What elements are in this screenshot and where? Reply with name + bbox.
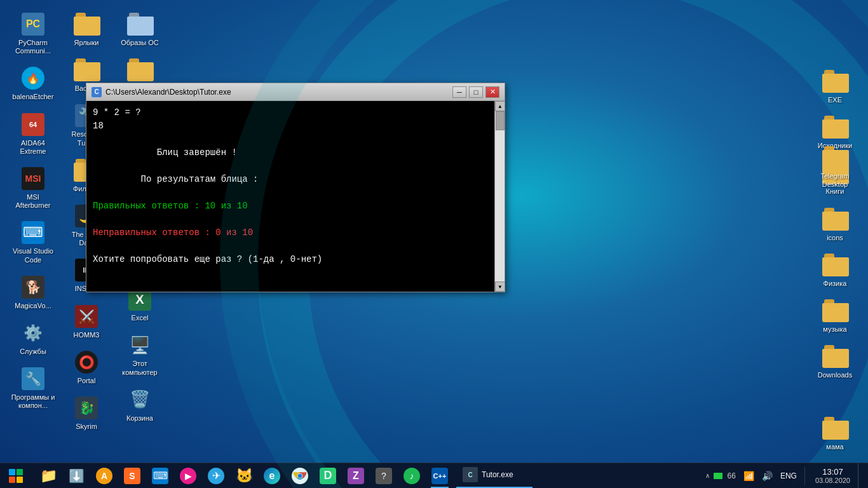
desktop-icon-vscode[interactable]: ⌨ Visual Studio Code xyxy=(8,216,58,268)
clock-date: 03.08.2020 xyxy=(815,477,850,484)
console-scrollbar[interactable]: ▲ ▼ xyxy=(494,101,505,292)
icon-label-yarlyky: Ярлыки xyxy=(74,39,99,47)
taskbar-icon-explorer[interactable]: 📁 xyxy=(34,463,62,489)
tray-separator xyxy=(804,467,805,485)
desktop-icon-knigi[interactable]: Книги xyxy=(810,156,860,200)
desktop-icon-msi[interactable]: MSI MSI Afterburner xyxy=(8,162,58,214)
icon-label-downloads: Downloads xyxy=(818,371,852,379)
icon-label-exe: EXE xyxy=(828,96,842,104)
desktop-icon-ishodniki[interactable]: Исходники xyxy=(810,111,860,154)
start-button[interactable] xyxy=(0,463,32,489)
icon-label-aida64: AIDA64 Extreme xyxy=(10,139,56,156)
tray-expand-icon[interactable]: ∧ xyxy=(704,471,711,480)
console-line-9 xyxy=(93,213,485,226)
taskbar-icon-media[interactable]: ▶ xyxy=(174,463,202,489)
tray-language[interactable]: ENG xyxy=(778,470,799,482)
desktop-icon-icons-folder[interactable]: icons xyxy=(810,203,860,246)
taskbar-icon-foobar[interactable]: 🐱 xyxy=(230,463,258,489)
icon-label-muzyka: музыка xyxy=(823,325,846,334)
desktop-icon-telegram-folder[interactable]: Telegram Desktop xyxy=(810,141,860,193)
clock-area[interactable]: 13:07 03.08.2020 xyxy=(810,463,855,489)
taskbar-pinned-icons: 📁 ⬇️ A S ⌨ ▶ ✈ xyxy=(32,463,456,489)
console-line-10: Неправильных ответов : 0 из 10 xyxy=(93,226,485,240)
desktop-icon-progs[interactable]: 🔧 Программы и компон... xyxy=(8,362,58,414)
desktop-icon-portal[interactable]: ⭕ Portal xyxy=(61,346,112,389)
console-titlebar: C C:\Users\Alexandr\Desktop\Tutor.exe ─ … xyxy=(86,83,505,101)
icon-label-obrazy: Образы ОС xyxy=(121,39,158,47)
console-line-12: Хотите попробовать еще раз ? (1-да , 0-н… xyxy=(93,253,485,266)
icon-label-icons-folder: icons xyxy=(827,234,843,242)
console-line-4: Блиц завершён ! xyxy=(93,146,485,159)
icon-label-vscode: Visual Studio Code xyxy=(10,247,56,264)
taskbar-icon-chrome[interactable] xyxy=(286,463,314,489)
minimize-button[interactable]: ─ xyxy=(452,86,466,98)
taskbar-icon-telegram[interactable]: ✈ xyxy=(202,463,230,489)
icon-label-skyrim: Skyrim xyxy=(76,423,97,431)
console-title: C:\Users\Alexandr\Desktop\Tutor.exe xyxy=(105,88,231,97)
desktop-icon-homm3[interactable]: ⚔️ HOMM3 xyxy=(61,300,112,343)
desktop-icon-balena[interactable]: 🔥 balenaEtcher xyxy=(8,62,58,105)
desktop-icon-korzina[interactable]: 🗑️ Корзина xyxy=(114,383,165,426)
desktop-icon-muzyka[interactable]: музыка xyxy=(810,294,860,337)
taskbar: 📁 ⬇️ A S ⌨ ▶ ✈ xyxy=(0,463,868,488)
desktop-icon-obrazy[interactable]: Образы ОС xyxy=(114,8,165,51)
icon-label-ishodniki: Исходники xyxy=(818,142,852,150)
console-line-1: 9 * 2 = ? xyxy=(93,106,485,119)
console-line-7 xyxy=(93,186,485,200)
desktop-icon-aida64[interactable]: 64 AIDA64 Extreme xyxy=(8,108,58,159)
icon-label-balena: balenaEtcher xyxy=(13,93,54,101)
taskbar-app-tutor[interactable]: C Tutor.exe xyxy=(456,463,532,489)
desktop-icon-yarlyky[interactable]: Ярлыки xyxy=(61,8,112,51)
desktop-icon-skyrim[interactable]: 🐉 Skyrim xyxy=(61,391,112,435)
taskbar-icon-dash[interactable]: D xyxy=(314,463,342,489)
icon-label-fizika: Физика xyxy=(824,280,847,288)
console-window[interactable]: C C:\Users\Alexandr\Desktop\Tutor.exe ─ … xyxy=(86,83,505,292)
icon-label-telegram-folder: Telegram Desktop xyxy=(812,172,858,189)
taskbar-icon-antivirus[interactable]: A xyxy=(90,463,118,489)
maximize-button[interactable]: □ xyxy=(469,86,483,98)
desktop-icon-fizika[interactable]: Физика xyxy=(810,248,860,292)
scrollbar-up[interactable]: ▲ xyxy=(495,101,505,111)
tray-volume-icon[interactable]: 🔊 xyxy=(759,470,775,482)
console-line-2: 18 xyxy=(93,119,485,133)
scrollbar-thumb[interactable] xyxy=(496,111,505,130)
taskbar-icon-unknown[interactable]: ? xyxy=(370,463,398,489)
desktop-icon-pycharm[interactable]: PC PyCharm Communi... xyxy=(8,8,58,59)
console-line-11 xyxy=(93,240,485,253)
tray-battery-percent: 66 xyxy=(725,470,738,482)
tray-network-icon[interactable]: 📶 xyxy=(741,470,757,482)
console-line-5 xyxy=(93,159,485,173)
desktop-icon-downloads[interactable]: Downloads xyxy=(810,340,860,383)
taskbar-icon-spotify[interactable]: ♪ xyxy=(398,463,426,489)
icon-label-homm3: HOMM3 xyxy=(74,331,100,339)
console-controls: ─ □ ✕ xyxy=(452,86,499,98)
scrollbar-down[interactable]: ▼ xyxy=(495,281,505,292)
console-app-icon: C xyxy=(92,87,102,97)
desktop: PC PyCharm Communi... 🔥 balenaEtcher 64 … xyxy=(0,0,868,488)
svg-point-0 xyxy=(292,468,308,484)
taskbar-icon-edge[interactable]: e xyxy=(258,463,286,489)
taskbar-icon-vscode[interactable]: ⌨ xyxy=(146,463,174,489)
close-button[interactable]: ✕ xyxy=(485,86,499,98)
desktop-icon-sluzhby[interactable]: ⚙️ Службы xyxy=(8,316,58,360)
svg-point-1 xyxy=(296,472,303,479)
desktop-icon-mama[interactable]: мама xyxy=(810,412,860,455)
taskbar-icon-zeal[interactable]: Z xyxy=(342,463,370,489)
scrollbar-track xyxy=(495,111,505,281)
show-desktop-button[interactable] xyxy=(858,463,863,489)
desktop-icon-magicavox[interactable]: 🐕 MagicaVo... xyxy=(8,271,58,314)
icon-label-portal: Portal xyxy=(78,377,96,385)
taskbar-open-apps: C Tutor.exe xyxy=(456,463,699,489)
console-line-6: По результатам блица : xyxy=(93,173,485,186)
icon-label-knigi: Книги xyxy=(826,187,844,196)
icon-label-progs: Программы и компон... xyxy=(10,393,56,410)
system-tray: ∧ 66 📶 🔊 ENG 13:07 03.08.2020 xyxy=(699,463,868,489)
desktop-icon-etotcomp[interactable]: 🖥️ Этот компьютер xyxy=(114,329,165,380)
desktop-icon-exe[interactable]: EXE xyxy=(810,65,860,108)
taskbar-icon-cpp[interactable]: C++ xyxy=(426,463,454,489)
icon-label-korzina: Корзина xyxy=(126,414,153,423)
svg-point-3 xyxy=(298,473,302,478)
console-body: 9 * 2 = ? 18 Блиц завершён ! По результа… xyxy=(86,101,505,292)
taskbar-icon-qbittorrent[interactable]: ⬇️ xyxy=(62,463,90,489)
taskbar-icon-sublime[interactable]: S xyxy=(118,463,146,489)
